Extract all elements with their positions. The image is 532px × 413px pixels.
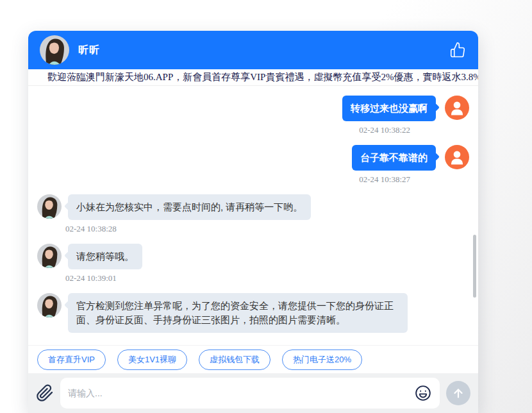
message-row-agent: 小妹在为您核实中，需要点时间的, 请再稍等一下哟。 [37,194,469,220]
message-timestamp: 02-24 10:38:27 [37,174,469,185]
chat-header: 昕昕 [28,31,478,69]
smiley-icon[interactable] [414,384,432,402]
thumbs-up-icon[interactable] [449,41,467,59]
agent-avatar [37,244,62,268]
message-timestamp: 02-24 10:38:22 [37,125,469,135]
message-composer [28,373,478,413]
quick-reply-bar: 首存直升VIP 美女1V1裸聊 虚拟钱包下载 热门电子送20% [28,345,478,373]
message-row-user: 台子靠不靠谱的 [37,145,469,171]
send-button[interactable] [446,381,470,405]
message-bubble: 小妹在为您核实中，需要点时间的, 请再稍等一下哟。 [68,194,311,220]
message-bubble: 台子靠不靠谱的 [352,145,436,171]
quick-reply-button[interactable]: 热门电子送20% [282,350,362,370]
user-avatar [445,145,469,169]
message-bubble: 转移过来也没赢啊 [342,96,436,121]
arrow-up-icon [451,386,465,400]
agent-avatar [37,194,62,219]
message-bubble: 官方检测到您注单异常呢，为了您的资金安全，请您提供一下您的身份证正面、身份证反面… [68,293,408,333]
paperclip-icon[interactable] [36,384,54,402]
notice-marquee: 歡迎蒞臨澳門新濠天地06.APP，新會員首存尊享VIP貴賓禮遇，虛擬幣充值享受2… [28,69,478,86]
message-row-agent: 请您稍等哦。 [37,244,469,269]
quick-reply-button[interactable]: 美女1V1裸聊 [117,350,187,370]
user-avatar [445,96,469,120]
quick-reply-button[interactable]: 虚拟钱包下载 [199,350,270,370]
agent-name: 昕昕 [78,44,100,57]
message-input-wrap [60,378,440,409]
message-timestamp: 02-24 10:38:28 [37,224,469,234]
message-row-user: 转移过来也没赢啊 [37,96,469,121]
message-row-agent: 官方检测到您注单异常呢，为了您的资金安全，请您提供一下您的身份证正面、身份证反面… [37,293,469,333]
chat-scrollbar-thumb[interactable] [473,235,476,298]
message-input[interactable] [68,388,414,398]
agent-avatar [40,35,69,65]
chat-history: 转移过来也没赢啊 02-24 10:38:22 台子靠不靠谱的 02-24 10… [28,86,478,345]
chat-window: 昕昕 歡迎蒞臨澳門新濠天地06.APP，新會員首存尊享VIP貴賓禮遇，虛擬幣充值… [28,31,478,413]
message-bubble: 请您稍等哦。 [68,244,142,269]
agent-avatar [37,293,62,317]
message-timestamp: 02-24 10:39:01 [37,273,469,283]
notice-text: 歡迎蒞臨澳門新濠天地06.APP，新會員首存尊享VIP貴賓禮遇，虛擬幣充值享受2… [47,72,478,82]
quick-reply-button[interactable]: 首存直升VIP [37,350,106,370]
